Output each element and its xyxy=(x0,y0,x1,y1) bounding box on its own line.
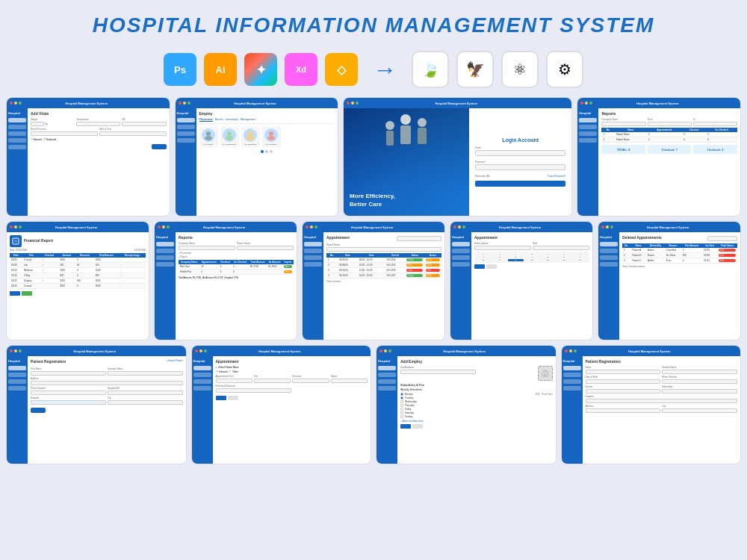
header: HOSPITAL INFORMATION MANAGEMENT SYSTEM xyxy=(0,0,747,45)
tools-row: Ps Ai ✦ Xd ◇ → 🍃 🦅 ⚛ ⚙ xyxy=(0,51,747,88)
screen-deleted-appointments: Hospital Management System Hospital Dele… xyxy=(598,221,741,340)
svg-point-0 xyxy=(206,131,211,136)
svg-point-18 xyxy=(544,374,546,376)
screen-patient-reg-2: Hospital Management System Hospital Pati… xyxy=(561,345,742,464)
svg-point-3 xyxy=(226,136,233,140)
figma-icon: ✦ xyxy=(244,53,277,86)
svg-rect-11 xyxy=(400,125,411,144)
svg-rect-13 xyxy=(418,128,427,144)
svg-rect-9 xyxy=(386,131,394,146)
vue-icon: 🍃 xyxy=(412,51,449,88)
screen-title: Hospital Management System xyxy=(234,102,276,105)
sketch-icon: ◇ xyxy=(325,53,358,86)
svg-point-7 xyxy=(267,136,275,140)
screen-financial-report: Hospital Management System Financial Rep… xyxy=(6,221,149,340)
arrow-icon: → xyxy=(373,56,397,84)
screenshots-row2: Hospital Management System Financial Rep… xyxy=(0,221,747,345)
screen-title: Hospital Management System xyxy=(65,102,108,105)
screenshots-row3: Hospital Management System Hospital Pati… xyxy=(0,345,747,469)
svg-point-2 xyxy=(227,131,232,136)
svg-point-6 xyxy=(269,131,273,136)
settings-icon: ⚙ xyxy=(546,51,583,88)
screen-add-employ: Hospital Management System Hospital Add … xyxy=(376,345,557,464)
screenshots-row1: Hospital Management System Hospital Add … xyxy=(0,97,747,221)
svg-point-8 xyxy=(385,121,394,130)
screen-employ: Hospital Management System Hospital Empl… xyxy=(175,97,339,217)
screen-login: Hospital Management System More Efficien… xyxy=(343,97,572,217)
screen-add-vitals: Hospital Management System Hospital Add … xyxy=(6,97,170,217)
svg-point-4 xyxy=(248,131,252,136)
screen-patient-reg-1: Hospital Management System Hospital Pati… xyxy=(6,345,187,464)
svg-rect-17 xyxy=(542,372,548,376)
svg-point-10 xyxy=(400,114,411,125)
screen-reports-detail: Hospital Management System Hospital Repo… xyxy=(154,221,297,340)
ps-icon: Ps xyxy=(164,53,196,86)
phoenix-icon: 🦅 xyxy=(456,51,494,88)
xd-icon: Xd xyxy=(285,53,317,86)
svg-point-12 xyxy=(418,118,427,127)
svg-rect-14 xyxy=(13,238,19,244)
page-title: HOSPITAL INFORMATION MANAGEMENT SYSTEM xyxy=(0,13,747,37)
ai-icon: Ai xyxy=(204,53,237,86)
screen-appointment-table: Hospital Management System Hospital Appo… xyxy=(302,221,445,340)
screen-appointment-calendar: Hospital Management System Hospital Appo… xyxy=(450,221,593,340)
svg-point-5 xyxy=(247,136,254,140)
screen-reports-row1: Hospital Management System Hospital Repo… xyxy=(577,97,741,217)
svg-point-1 xyxy=(205,136,212,140)
react-icon: ⚛ xyxy=(501,51,539,88)
screen-appointment-form: Hospital Management System Hospital Appo… xyxy=(191,345,372,464)
